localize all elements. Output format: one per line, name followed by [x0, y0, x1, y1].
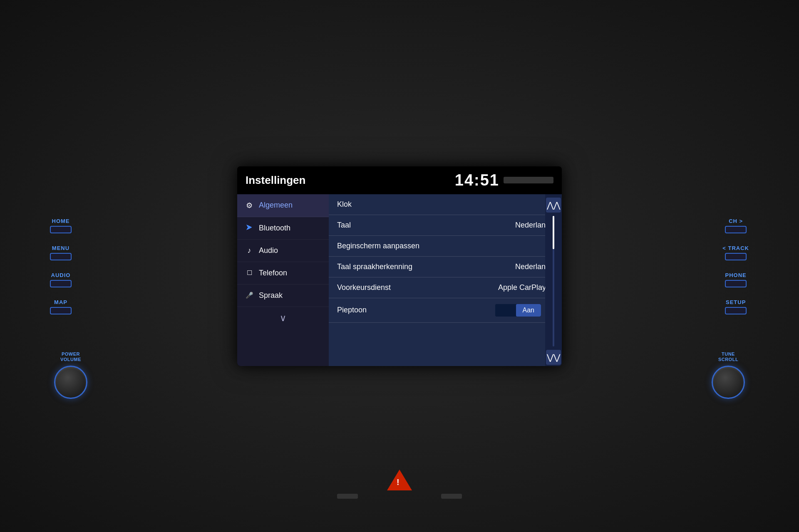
toggle-on-label: Aan	[516, 304, 541, 317]
screen-content: ⚙ Algemeen ⮞ Bluetooth ♪ Audio ☐ Telefoo…	[237, 194, 562, 366]
taal-spraak-row[interactable]: Taal spraakherkenning Nederlands	[329, 257, 562, 277]
audio-btn-rect	[50, 280, 72, 287]
bluetooth-icon: ⮞	[245, 224, 254, 232]
right-panel: CH > < TRACK PHONE SETUP	[722, 218, 749, 314]
sidebar-item-algemeen[interactable]: ⚙ Algemeen	[237, 194, 329, 217]
phone-button[interactable]: PHONE	[725, 272, 747, 287]
clock-display: 14:51	[455, 171, 499, 189]
main-screen: Instellingen 14:51 ⚙ Algemeen ⮞ Bluetoot…	[237, 166, 562, 366]
home-button[interactable]: HOME	[50, 218, 72, 233]
scroll-track	[553, 216, 554, 346]
power-volume-knob[interactable]	[54, 366, 87, 399]
setup-button[interactable]: SETUP	[725, 299, 747, 314]
sidebar-item-bluetooth[interactable]: ⮞ Bluetooth	[237, 217, 329, 240]
sidebar-item-audio[interactable]: ♪ Audio	[237, 240, 329, 262]
map-btn-rect	[50, 307, 72, 314]
screen-title: Instellingen	[246, 174, 305, 187]
klok-row[interactable]: Klok	[329, 194, 562, 215]
voorkeursdienst-row[interactable]: Voorkeursdienst Apple CarPlay ∨	[329, 277, 562, 298]
left-panel: HOME MENU AUDIO MAP	[50, 218, 72, 314]
tune-scroll-knob[interactable]	[712, 366, 745, 399]
music-icon: ♪	[245, 246, 254, 255]
track-button[interactable]: < TRACK	[722, 245, 749, 260]
phone-icon: ☐	[245, 269, 254, 277]
toggle-off-label	[495, 304, 516, 317]
screen-header-right: 14:51	[455, 171, 553, 189]
sidebar-item-spraak[interactable]: 🎤 Spraak	[237, 285, 329, 307]
beginscherm-row[interactable]: Beginscherm aanpassen	[329, 236, 562, 257]
status-bar	[504, 177, 553, 183]
map-button[interactable]: MAP	[50, 299, 72, 314]
chevron-up-icon: ⋀⋀	[547, 200, 560, 210]
bottom-right-button[interactable]	[441, 494, 462, 499]
phone-btn-rect	[725, 280, 747, 287]
track-btn-rect	[725, 253, 747, 260]
pieptoon-row[interactable]: Pieptoon Aan	[329, 298, 562, 323]
scroll-down-button[interactable]: ⋁⋁	[546, 350, 561, 365]
bottom-buttons	[337, 494, 462, 499]
audio-button[interactable]: AUDIO	[50, 272, 72, 287]
screen-header: Instellingen 14:51	[237, 166, 562, 194]
sidebar-expand-button[interactable]: ∨	[237, 307, 329, 329]
setup-btn-rect	[725, 307, 747, 314]
gear-icon: ⚙	[245, 201, 254, 210]
pieptoon-toggle[interactable]: Aan	[495, 304, 541, 317]
dashboard: HOME MENU AUDIO MAP POWER VOLUME Instell…	[0, 0, 799, 532]
tune-scroll-knob-container: TUNE SCROLL	[712, 351, 745, 399]
voice-icon: 🎤	[245, 292, 254, 299]
hazard-button[interactable]	[387, 470, 412, 490]
scrollbar: ⋀⋀ ⋁⋁	[545, 194, 562, 366]
home-btn-rect	[50, 226, 72, 233]
content-area: Klok Taal Nederlands Beginscherm aanpass…	[329, 194, 562, 366]
sidebar-item-telefoon[interactable]: ☐ Telefoon	[237, 262, 329, 285]
sidebar-menu: ⚙ Algemeen ⮞ Bluetooth ♪ Audio ☐ Telefoo…	[237, 194, 329, 366]
power-volume-knob-container: POWER VOLUME	[54, 351, 87, 399]
scroll-thumb	[553, 216, 554, 249]
hazard-triangle-icon	[387, 470, 412, 490]
bottom-left-button[interactable]	[337, 494, 358, 499]
menu-btn-rect	[50, 253, 72, 260]
scroll-up-button[interactable]: ⋀⋀	[546, 198, 561, 213]
ch-btn-rect	[725, 226, 747, 233]
chevron-down-icon: ⋁⋁	[547, 352, 560, 362]
taal-row[interactable]: Taal Nederlands	[329, 215, 562, 236]
ch-button[interactable]: CH >	[725, 218, 747, 233]
menu-button[interactable]: MENU	[50, 245, 72, 260]
